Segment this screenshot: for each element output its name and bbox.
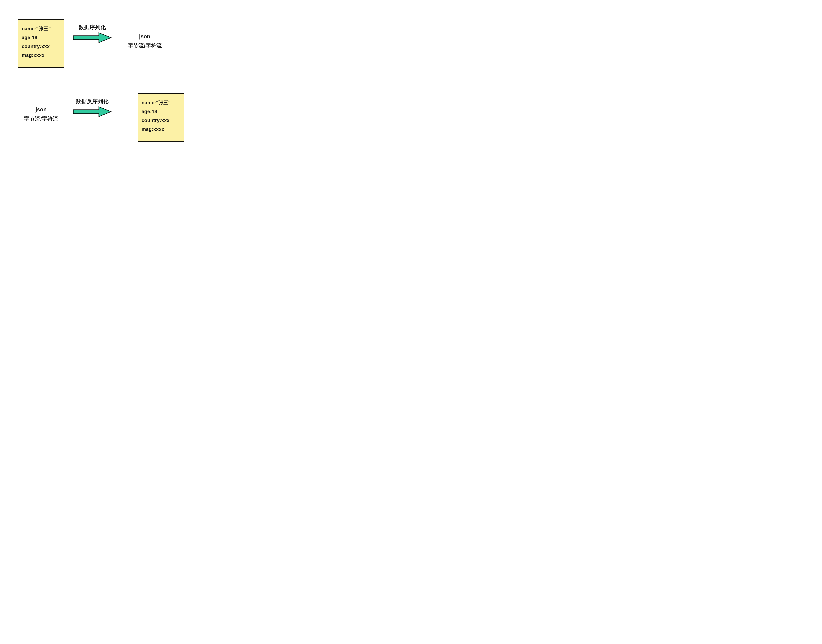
target-line: json [122,32,168,41]
data-line: country:xxx [142,116,180,125]
data-line: msg:xxxx [22,51,60,60]
data-line: name:"张三" [142,98,180,107]
svg-marker-1 [73,107,111,117]
data-line: country:xxx [22,42,60,51]
target-data-box-deserialize: name:"张三" age:18 country:xxx msg:xxxx [138,93,184,142]
data-line: age:18 [142,107,180,116]
target-line: 字节流/字符流 [122,41,168,50]
deserialize-arrow-label: 数据反序列化 [76,98,109,105]
serialize-arrow-group: 数据序列化 [72,24,113,44]
arrow-right-icon [72,105,113,118]
deserialize-source-text: json 字节流/字符流 [18,105,64,123]
serialize-arrow-label: 数据序列化 [79,24,106,31]
arrow-right-icon [72,31,113,44]
data-line: msg:xxxx [142,125,180,134]
source-data-box-serialize: name:"张三" age:18 country:xxx msg:xxxx [18,19,64,68]
svg-marker-0 [73,33,111,43]
deserialize-arrow-group: 数据反序列化 [72,98,113,118]
source-line: 字节流/字符流 [18,114,64,123]
source-line: json [18,105,64,114]
data-line: age:18 [22,33,60,42]
serialize-target-text: json 字节流/字符流 [122,32,168,50]
data-line: name:"张三" [22,24,60,33]
